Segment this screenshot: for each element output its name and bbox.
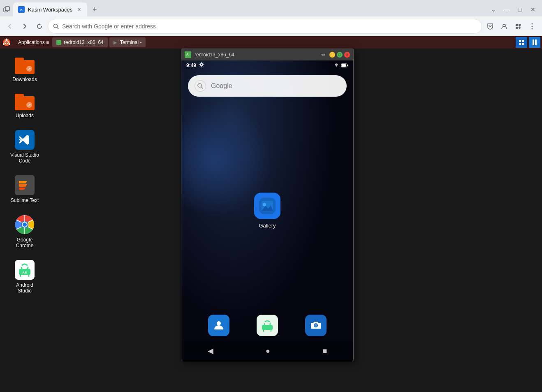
svg-point-53: [217, 321, 221, 325]
android-time: 9:49: [186, 63, 196, 68]
svg-line-5: [57, 28, 59, 29]
address-input[interactable]: [62, 23, 477, 30]
reload-button[interactable]: [33, 20, 46, 33]
android-titlebar: A redroid13_x86_64 ⇔ — □ ✕: [181, 49, 353, 60]
android-close-button[interactable]: ✕: [344, 52, 350, 58]
android-search-icon: [195, 80, 206, 92]
taskbar-item-redroid[interactable]: redroid13_x86_64: [52, 37, 108, 47]
downloads-folder-icon: ↗: [15, 58, 35, 74]
downloads-label: Downloads: [12, 77, 37, 82]
android-maximize-button[interactable]: □: [337, 52, 343, 58]
minimize-button[interactable]: —: [501, 4, 512, 15]
tab-close-button[interactable]: ✕: [76, 6, 82, 13]
close-button[interactable]: ✕: [527, 4, 539, 15]
svg-point-61: [315, 324, 317, 327]
android-recents-button[interactable]: ■: [322, 347, 327, 355]
search-icon: [53, 23, 59, 29]
active-tab[interactable]: K Kasm Workspaces ✕: [13, 2, 87, 16]
taskbar-item-dot: [56, 40, 61, 45]
android-window-title: redroid13_x86_64: [195, 52, 321, 58]
uploads-label: Uploads: [16, 113, 34, 118]
android-dock: [181, 310, 353, 341]
taskbar-right: [516, 37, 540, 48]
settings-icon: [199, 62, 204, 69]
svg-rect-20: [519, 43, 521, 45]
android-back-button[interactable]: ◀: [208, 346, 213, 355]
tab-group-icon[interactable]: [3, 6, 10, 13]
android-window: A redroid13_x86_64 ⇔ — □ ✕ 9:49: [181, 49, 354, 361]
gallery-label: Gallery: [259, 223, 276, 229]
os-logo[interactable]: [2, 37, 12, 47]
svg-rect-23: [535, 39, 537, 45]
chrome-label: Google Chrome: [9, 237, 41, 248]
android-resize-icon[interactable]: ⇔: [321, 52, 325, 58]
svg-line-47: [201, 87, 203, 88]
android-studio-icon[interactable]: AS Android Studio: [6, 257, 43, 296]
browser-chrome: K Kasm Workspaces ✕ + ⌄ — □ ✕: [0, 0, 542, 36]
chrome-app-icon: [15, 215, 35, 234]
chrome-icon[interactable]: Google Chrome: [6, 212, 43, 251]
new-tab-button[interactable]: +: [89, 4, 100, 15]
svg-point-57: [269, 322, 271, 323]
android-statusbar: 9:49: [181, 60, 353, 70]
forward-button[interactable]: [18, 20, 31, 33]
svg-point-15: [6, 39, 7, 40]
gallery-icon: [254, 193, 280, 219]
extensions-icon[interactable]: [512, 20, 525, 33]
svg-text:K: K: [20, 8, 22, 11]
android-search-bar[interactable]: Google: [188, 75, 347, 97]
browser-toolbar: [0, 16, 542, 36]
terminal-icon: ▶: [113, 40, 117, 45]
tab-title: Kasm Workspaces: [28, 7, 72, 13]
svg-text:A: A: [186, 53, 189, 56]
vscode-icon[interactable]: Visual Studio Code: [6, 128, 43, 166]
android-title-icon: A: [185, 51, 191, 58]
android-status-icons: [334, 63, 348, 68]
svg-rect-18: [519, 40, 521, 42]
contacts-dock-icon[interactable]: [208, 315, 229, 336]
applications-menu[interactable]: Applications ≡: [15, 39, 52, 46]
svg-rect-1: [5, 7, 9, 11]
svg-point-56: [264, 322, 266, 323]
tab-favicon: K: [18, 6, 25, 13]
svg-rect-19: [522, 40, 524, 42]
os-taskbar: Applications ≡ redroid13_x86_64 ▶ Termin…: [0, 36, 542, 49]
svg-point-42: [201, 64, 203, 66]
android-battery-icon: [341, 63, 348, 68]
vscode-label: Visual Studio Code: [9, 152, 41, 164]
address-bar[interactable]: [48, 19, 482, 34]
android-connectivity-icon: [334, 63, 339, 68]
kasm-side-button[interactable]: [529, 37, 540, 48]
android-win-controls: ⇔ — □ ✕: [321, 52, 350, 58]
uploads-icon[interactable]: ↗ Uploads: [6, 91, 43, 121]
desktop: ↗ Downloads ↗ Uploads Visual: [0, 49, 542, 392]
svg-rect-9: [516, 27, 518, 29]
android-studio-label: Android Studio: [9, 282, 41, 294]
downloads-icon[interactable]: ↗ Downloads: [6, 55, 43, 85]
svg-rect-58: [262, 325, 273, 330]
svg-rect-45: [342, 64, 346, 67]
svg-point-16: [9, 43, 10, 45]
kasm-panel-button[interactable]: [516, 37, 527, 48]
pocket-icon[interactable]: [484, 20, 497, 33]
taskbar-item-terminal[interactable]: ▶ Terminal -: [109, 37, 146, 47]
android-dock-icon[interactable]: [257, 315, 278, 336]
tab-list-button[interactable]: ⌄: [488, 4, 499, 15]
svg-rect-22: [533, 39, 534, 45]
svg-point-10: [532, 23, 533, 25]
menu-icon[interactable]: [526, 20, 539, 33]
uploads-folder-icon: ↗: [15, 94, 35, 110]
profile-icon[interactable]: [498, 20, 511, 33]
android-minimize-button[interactable]: —: [329, 52, 335, 58]
svg-point-11: [532, 26, 533, 27]
taskbar-item-label: redroid13_x86_64: [64, 39, 104, 45]
maximize-button[interactable]: □: [514, 4, 526, 15]
svg-rect-44: [347, 65, 348, 66]
sublime-label: Sublime Text: [11, 197, 39, 203]
back-button[interactable]: [3, 20, 16, 33]
sublime-icon[interactable]: Sublime Text: [6, 173, 43, 206]
camera-dock-icon[interactable]: [305, 315, 327, 336]
android-home-button[interactable]: ●: [266, 347, 270, 355]
vscode-app-icon: [15, 130, 35, 150]
gallery-app-icon[interactable]: Gallery: [254, 193, 280, 229]
